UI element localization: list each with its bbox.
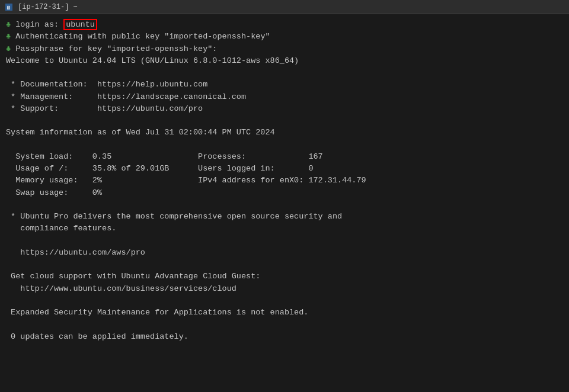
ssh-icon-3: ♣ [6,44,11,53]
title-bar: 🖥 [ip-172-31-] ~ [0,0,569,14]
terminal-content[interactable]: ♣ login as: ubuntu ♣ Authenticating with… [0,14,569,392]
terminal-icon: 🖥 [5,3,13,11]
terminal-output: ♣ login as: ubuntu ♣ Authenticating with… [6,19,563,343]
terminal-window: 🖥 [ip-172-31-] ~ ♣ login as: ubuntu ♣ Au… [0,0,569,392]
svg-text:🖥: 🖥 [6,5,11,11]
ssh-icon-2: ♣ [6,32,11,41]
window-title: [ip-172-31-] ~ [18,3,78,11]
ssh-icon-1: ♣ [6,20,11,29]
title-bar-icons: 🖥 [5,3,13,11]
